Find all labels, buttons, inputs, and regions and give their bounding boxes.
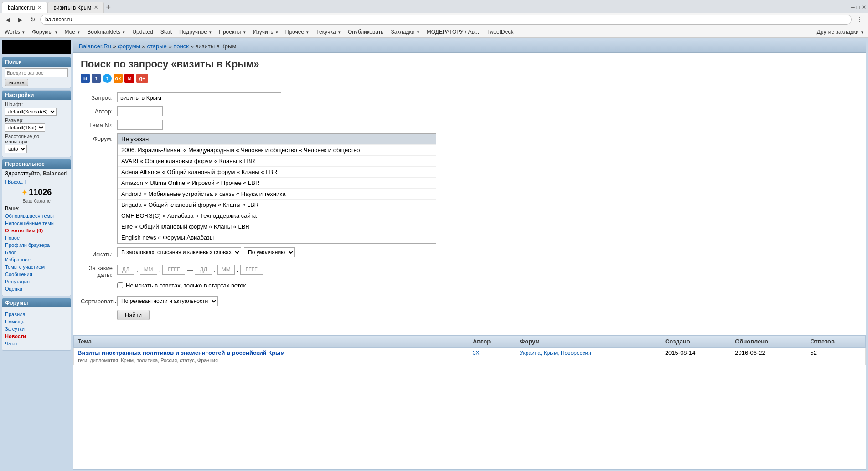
- topic-input[interactable]: [117, 120, 163, 130]
- help-link[interactable]: Помощь: [5, 319, 25, 324]
- new-link[interactable]: Новое: [5, 235, 20, 241]
- bm-works[interactable]: Works ▾: [3, 28, 26, 36]
- breadcrumb-old[interactable]: старые: [147, 43, 166, 50]
- search-order-select[interactable]: По умолчанию: [244, 247, 295, 257]
- forum-list-item[interactable]: Brigada « Общий клановый форум « Кланы «…: [118, 200, 436, 210]
- bm-publish[interactable]: Опубликовать: [346, 28, 385, 36]
- query-input[interactable]: [117, 92, 281, 102]
- distance-select[interactable]: auto: [5, 145, 27, 153]
- news-link[interactable]: Новости: [5, 333, 26, 339]
- table-header-row: Тема Автор Форум Создано Обновлено Ответ…: [74, 336, 866, 348]
- date-from-mm[interactable]: [140, 265, 157, 275]
- result-forum-link[interactable]: Украина, Крым, Новороссия: [520, 350, 591, 356]
- page-wrapper: Поиск искать Настройки Шрифт: default(Sc…: [0, 38, 868, 471]
- reload-button[interactable]: ↻: [27, 15, 38, 25]
- forward-button[interactable]: ▶: [15, 15, 26, 25]
- date-to-yyyy[interactable]: [240, 265, 263, 275]
- favorites-link[interactable]: Избранное: [5, 257, 31, 262]
- sidebar-search-section: Поиск искать: [2, 57, 71, 88]
- bm-learn[interactable]: Изучить ▾: [251, 28, 280, 36]
- result-topic-link[interactable]: Визиты иностранных политиков и знаменито…: [78, 349, 285, 356]
- forum-list-item[interactable]: AVARI « Общий клановый форум « Кланы « L…: [118, 156, 436, 167]
- logout-link[interactable]: [ Выход ]: [5, 179, 26, 184]
- bm-tweetdeck[interactable]: TweetDeck: [485, 28, 515, 36]
- address-bar[interactable]: [40, 15, 852, 25]
- bm-bookmarklets[interactable]: Bookmarklets ▾: [85, 28, 127, 36]
- size-select[interactable]: default(16pt): [5, 123, 45, 132]
- col-topic: Тема: [74, 336, 469, 348]
- bm-other-bookmarks[interactable]: Другие закладки ▾: [815, 28, 865, 36]
- sidebar-search-button[interactable]: искать: [5, 79, 28, 86]
- result-tags: теги: дипломатия, Крым, политика, Россия…: [78, 358, 465, 363]
- date-to-dd[interactable]: [195, 265, 212, 275]
- browser-profiles-link[interactable]: Профили браузера: [5, 242, 50, 248]
- unvisited-topics-link[interactable]: Непосещённые темы: [5, 220, 55, 226]
- reputation-link[interactable]: Репутация: [5, 279, 30, 284]
- no-replies-checkbox[interactable]: [117, 282, 123, 288]
- forum-list-item[interactable]: Не указан: [118, 134, 436, 145]
- list-item: Ответы Вам (4): [5, 227, 68, 234]
- breadcrumb-balancer[interactable]: Balancer.Ru: [79, 43, 111, 50]
- date-from-yyyy[interactable]: [162, 265, 185, 275]
- forum-list-item[interactable]: CMF BORS(C) « Авиабаза « Техподдержка са…: [118, 210, 436, 221]
- author-input[interactable]: [117, 106, 163, 116]
- forum-list-item[interactable]: English news « Форумы Авиабазы: [118, 232, 436, 243]
- bm-bookmarks[interactable]: Закладки ▾: [389, 28, 421, 36]
- social-twitter-icon[interactable]: t: [103, 74, 112, 83]
- social-gplus-icon[interactable]: g+: [136, 74, 148, 83]
- maximize-button[interactable]: □: [857, 4, 860, 10]
- forum-list-item[interactable]: Amazon « Ultima Online « Игровой « Проче…: [118, 178, 436, 189]
- bm-start[interactable]: Start: [159, 28, 174, 36]
- bm-other[interactable]: Прочее ▾: [284, 28, 311, 36]
- breadcrumb-forums[interactable]: форумы: [118, 43, 140, 50]
- sidebar-settings-section: Настройки Шрифт: default(ScadaAB) Размер…: [2, 90, 71, 157]
- social-mail-icon[interactable]: M: [124, 74, 134, 83]
- new-tab-button[interactable]: +: [106, 3, 111, 12]
- date-from-dd[interactable]: [117, 265, 134, 275]
- forum-list[interactable]: Не указан 2006. Израиль-Ливан. « Междуна…: [117, 133, 436, 244]
- participated-topics-link[interactable]: Темы с участием: [5, 264, 45, 270]
- social-ok-icon[interactable]: ok: [114, 74, 123, 83]
- tab-2[interactable]: визиты в Крым ✕: [47, 2, 104, 13]
- ratings-link[interactable]: Оценки: [5, 286, 22, 292]
- result-author-link[interactable]: 3X: [473, 350, 480, 356]
- sidebar-forums-section: Форумы Правила Помощь За сутки Новости Ч…: [2, 298, 71, 351]
- tab-1-close[interactable]: ✕: [37, 5, 41, 10]
- result-answers-cell: 52: [806, 348, 866, 365]
- minimize-button[interactable]: ─: [851, 4, 855, 10]
- replies-link[interactable]: Ответы Вам (4): [5, 228, 43, 233]
- forum-list-item[interactable]: 2006. Израиль-Ливан. « Международный « Ч…: [118, 145, 436, 156]
- chat-link[interactable]: Чат.ri: [5, 341, 17, 346]
- tab-1[interactable]: balancer.ru ✕: [2, 2, 47, 13]
- font-select[interactable]: default(ScadaAB): [5, 108, 57, 116]
- sidebar-search-input[interactable]: [5, 68, 68, 77]
- date-to-mm[interactable]: [217, 265, 235, 275]
- blog-link[interactable]: Блог: [5, 250, 16, 255]
- find-button[interactable]: Найти: [117, 310, 150, 320]
- list-item: Блог: [5, 249, 68, 256]
- bm-moderator[interactable]: МОДЕРАТОРУ / Ав...: [425, 28, 481, 36]
- bm-moe[interactable]: Мое ▾: [63, 28, 82, 36]
- sort-select[interactable]: По релевантности и актуальности: [117, 296, 218, 306]
- daily-link[interactable]: За сутки: [5, 326, 25, 332]
- bm-current[interactable]: Текучка ▾: [314, 28, 342, 36]
- extensions-button[interactable]: ⋮: [853, 15, 865, 25]
- forum-list-item[interactable]: Android « Мобильные устройства и связь «…: [118, 189, 436, 200]
- social-vk-icon[interactable]: В: [81, 74, 90, 83]
- bm-updated[interactable]: Updated: [130, 28, 155, 36]
- back-button[interactable]: ◀: [3, 15, 13, 25]
- breadcrumb-search[interactable]: поиск: [173, 43, 189, 50]
- updated-topics-link[interactable]: Обновившиеся темы: [5, 213, 54, 219]
- messages-link[interactable]: Сообщения: [5, 271, 32, 277]
- social-fb-icon[interactable]: f: [92, 74, 101, 83]
- tab-2-close[interactable]: ✕: [94, 5, 98, 10]
- search-in-select[interactable]: В заголовках, описания и ключевых словах: [117, 247, 241, 257]
- bm-projects[interactable]: Проекты ▾: [217, 28, 248, 36]
- rules-link[interactable]: Правила: [5, 312, 26, 317]
- bm-forums[interactable]: Форумы ▾: [30, 28, 59, 36]
- close-button[interactable]: ✕: [862, 4, 866, 10]
- window-controls[interactable]: ─ □ ✕: [851, 4, 866, 10]
- bm-podruchnoe[interactable]: Подручное ▾: [177, 28, 213, 36]
- forum-list-item[interactable]: Adena Alliance « Общий клановый форум « …: [118, 167, 436, 178]
- forum-list-item[interactable]: Elite « Общий клановый форум « Кланы « L…: [118, 221, 436, 232]
